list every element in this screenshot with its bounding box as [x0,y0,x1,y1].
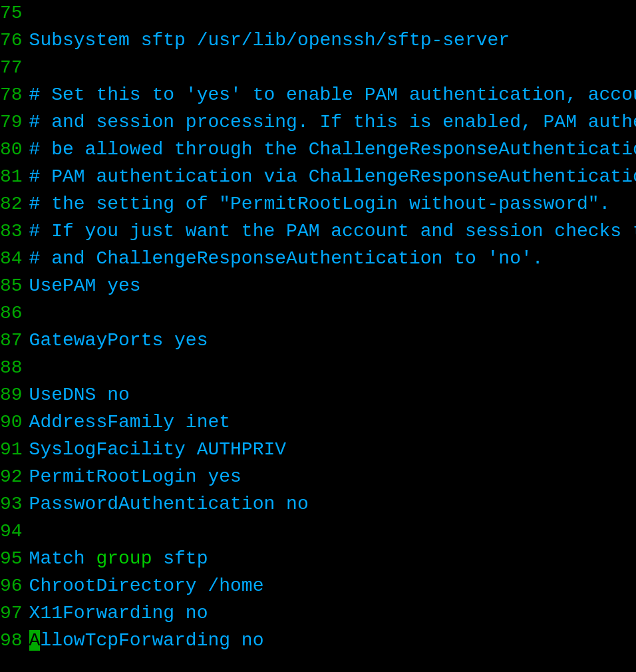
code-line: 90AddressFamily inet [0,409,636,436]
line-content: Subsystem sftp /usr/lib/openssh/sftp-ser… [29,27,636,55]
line-content [29,300,636,327]
line-content: # Set this to 'yes' to enable PAM authen… [29,82,636,109]
line-content: GatewayPorts yes [29,327,636,355]
line-content: AddressFamily inet [29,409,636,436]
line-number: 89 [0,382,29,409]
code-editor: 75 76Subsystem sftp /usr/lib/openssh/sft… [0,0,636,655]
code-line: 78# Set this to 'yes' to enable PAM auth… [0,82,636,109]
code-line: 91SyslogFacility AUTHPRIV [0,436,636,464]
line-number: 93 [0,491,29,518]
code-line: 84# and ChallengeResponseAuthentication … [0,246,636,273]
code-line: 80# be allowed through the ChallengeResp… [0,136,636,164]
line-number: 92 [0,464,29,491]
line-number: 86 [0,300,29,327]
line-number: 81 [0,164,29,191]
line-content [29,0,636,27]
line-number: 85 [0,273,29,300]
line-content: # the setting of "PermitRootLogin withou… [29,191,636,218]
line-number: 80 [0,136,29,164]
code-line: 95Match group sftp [0,546,636,573]
line-content: # be allowed through the ChallengeRespon… [29,136,636,164]
line-content [29,518,636,546]
line-content [29,55,636,82]
code-line: 86 [0,300,636,327]
code-line: 79# and session processing. If this is e… [0,109,636,136]
code-line: 98AllowTcpForwarding no [0,627,636,655]
line-content: # If you just want the PAM account and s… [29,218,636,246]
code-line: 96ChrootDirectory /home [0,573,636,600]
line-number: 94 [0,518,29,546]
line-content: X11Forwarding no [29,600,636,627]
code-line: 92PermitRootLogin yes [0,464,636,491]
line-content: # PAM authentication via ChallengeRespon… [29,164,636,191]
line-number: 84 [0,246,29,273]
line-number: 95 [0,546,29,573]
code-line: 77 [0,55,636,82]
line-content: Match group sftp [29,546,636,573]
code-line: 85UsePAM yes [0,273,636,300]
line-number: 97 [0,600,29,627]
line-number: 91 [0,436,29,464]
line-number: 98 [0,627,29,655]
line-number: 76 [0,27,29,55]
code-line: 75 [0,0,636,27]
line-number: 87 [0,327,29,355]
code-line: 88 [0,355,636,382]
code-line: 83# If you just want the PAM account and… [0,218,636,246]
line-content: UsePAM yes [29,273,636,300]
line-number: 77 [0,55,29,82]
line-number: 90 [0,409,29,436]
line-content: ChrootDirectory /home [29,573,636,600]
line-content: # and ChallengeResponseAuthentication to… [29,246,636,273]
code-line: 76Subsystem sftp /usr/lib/openssh/sftp-s… [0,27,636,55]
line-content: # and session processing. If this is ena… [29,109,636,136]
code-line: 81# PAM authentication via ChallengeResp… [0,164,636,191]
line-content: SyslogFacility AUTHPRIV [29,436,636,464]
code-line: 87GatewayPorts yes [0,327,636,355]
line-content: AllowTcpForwarding no [29,627,636,655]
code-line: 93PasswordAuthentication no [0,491,636,518]
line-content: PermitRootLogin yes [29,464,636,491]
code-line: 97X11Forwarding no [0,600,636,627]
line-number: 83 [0,218,29,246]
line-content: PasswordAuthentication no [29,491,636,518]
line-number: 75 [0,0,29,27]
line-number: 82 [0,191,29,218]
line-number: 96 [0,573,29,600]
line-content [29,355,636,382]
line-number: 88 [0,355,29,382]
code-line: 89UseDNS no [0,382,636,409]
line-number: 79 [0,109,29,136]
line-number: 78 [0,82,29,109]
line-content: UseDNS no [29,382,636,409]
code-line: 94 [0,518,636,546]
code-line: 82# the setting of "PermitRootLogin with… [0,191,636,218]
